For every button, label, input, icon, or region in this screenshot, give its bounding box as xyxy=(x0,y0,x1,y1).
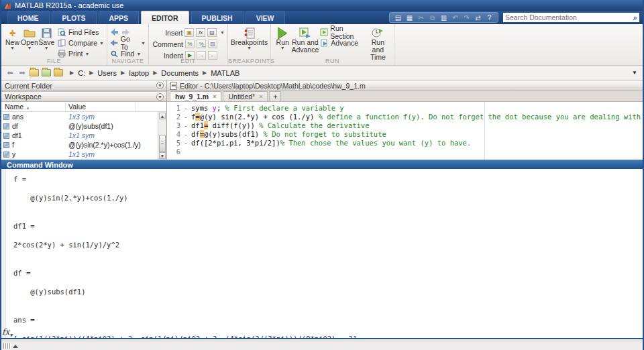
run-and-time-button[interactable]: Run andTime xyxy=(365,25,391,61)
new-button[interactable]: + New ▼ xyxy=(4,25,21,50)
scrollbar-thumb[interactable] xyxy=(159,135,166,152)
chevron-down-icon: ▼ xyxy=(136,52,141,56)
chevron-down-icon: ▼ xyxy=(99,41,104,46)
save-button[interactable]: Save ▼ xyxy=(38,25,55,50)
tab-apps[interactable]: APPS xyxy=(99,11,140,24)
insert-annotation-icon[interactable]: ▤ xyxy=(207,28,217,37)
status-bar xyxy=(1,341,643,350)
redo-icon[interactable]: ↷ xyxy=(462,13,471,22)
breadcrumb-segment[interactable]: laptop xyxy=(129,69,149,77)
goto-button[interactable]: Go To ▼ xyxy=(110,38,146,48)
statusbar-grip[interactable] xyxy=(3,343,18,349)
column-ruler xyxy=(484,102,485,160)
panel-menu-icon[interactable]: ▼ xyxy=(156,82,164,89)
close-icon[interactable]: × xyxy=(259,93,262,100)
recent-folders-dropdown-icon[interactable]: ▼ xyxy=(632,70,637,76)
forward-arrow-icon[interactable]: ➡ xyxy=(17,68,27,77)
close-icon[interactable]: × xyxy=(213,93,216,100)
workspace-row[interactable]: ans1x3 sym xyxy=(1,112,166,121)
left-panel-column: Current Folder ▼ Workspace ▼ Name▲ Value… xyxy=(1,80,167,160)
command-window-header[interactable]: Command Window xyxy=(1,160,643,169)
new-tab-button[interactable]: + xyxy=(269,91,281,101)
back-arrow-icon[interactable]: ⬅ xyxy=(5,68,15,77)
editor-header[interactable]: Editor - C:\Users\laptop\Desktop\MathLab… xyxy=(167,80,644,91)
breakpoints-icon xyxy=(243,27,256,39)
sym-variable-icon xyxy=(3,123,9,129)
breadcrumb-segment[interactable]: MATLAB xyxy=(211,69,239,77)
fx-function-hint-button[interactable]: fx▼ xyxy=(2,327,13,337)
scroll-up-icon[interactable]: ▲ xyxy=(159,113,166,119)
workspace-row[interactable]: df@(y)subs(df1) xyxy=(1,121,166,131)
breadcrumb-separator-icon: ▶ xyxy=(70,70,74,76)
undo-icon[interactable]: ↶ xyxy=(451,13,460,22)
panel-menu-icon[interactable]: ▼ xyxy=(156,93,164,101)
code-area[interactable]: 1-syms y; % First declare a variable y2-… xyxy=(167,102,644,160)
workspace-table: Name▲ Value ans1x3 symdf@(y)subs(df1)df1… xyxy=(1,102,166,160)
uncomment-icon[interactable]: ▨ xyxy=(208,40,217,48)
chevron-down-icon[interactable]: ▼ xyxy=(220,30,225,35)
variable-name-label: ans xyxy=(12,113,23,121)
run-and-advance-icon xyxy=(299,27,312,39)
workspace-row[interactable]: df11x1 sym xyxy=(1,131,166,140)
breadcrumb-segment[interactable]: Documents xyxy=(161,69,199,77)
insert-section-icon[interactable]: ▣ xyxy=(184,28,194,37)
back-arrow-icon[interactable] xyxy=(110,28,119,36)
comment-icon[interactable]: % xyxy=(185,40,195,48)
compare-button[interactable]: Compare ▼ xyxy=(58,38,104,48)
editor-tab[interactable]: hw_9_1.m× xyxy=(170,91,221,101)
line-dash: - xyxy=(180,139,191,148)
editor-ribbon-toolbar: + New ▼ Open ▼ Save ▼ xyxy=(1,24,643,66)
print-button[interactable]: Print ▼ xyxy=(58,49,104,58)
new-script-icon[interactable]: ▤ xyxy=(394,13,402,22)
workspace-row[interactable]: y1x1 sym xyxy=(1,150,166,159)
sym-variable-icon xyxy=(3,133,9,139)
search-icon[interactable]: ⌕ xyxy=(633,13,637,22)
variable-value: @(y)sin(2.*y)+cos(1./y) xyxy=(66,141,166,149)
scroll-down-icon[interactable]: ▼ xyxy=(159,152,166,159)
workspace-row[interactable]: f@(y)sin(2.*y)+cos(1./y) xyxy=(1,140,166,150)
help-icon[interactable]: ? xyxy=(485,13,494,22)
advance-button[interactable]: Advance xyxy=(320,38,362,48)
save-icon xyxy=(40,27,53,39)
switch-window-icon[interactable]: ⇄ xyxy=(474,13,482,22)
open-button[interactable]: Open ▼ xyxy=(21,25,38,50)
save-icon[interactable]: ▦ xyxy=(405,13,414,22)
up-folder-icon[interactable] xyxy=(30,69,39,76)
workspace-scrollbar[interactable]: ▲ ▼ xyxy=(158,112,166,160)
code-text: df1= diff(f(y)) % Calculate the derivati… xyxy=(191,121,370,130)
browse-folder-icon[interactable] xyxy=(42,69,51,76)
tab-editor[interactable]: EDITOR xyxy=(141,11,189,24)
workspace-header[interactable]: Workspace ▼ xyxy=(1,91,166,102)
command-output-line: [ sin(1/(2*pi))/(4*pi^2) + 2, sin(1/pi)/… xyxy=(13,334,357,339)
tab-publish[interactable]: PUBLISH xyxy=(191,11,244,24)
run-section-button[interactable]: Run Section xyxy=(320,27,362,37)
current-folder-icon xyxy=(54,69,63,76)
search-documentation-box: ⌕ xyxy=(502,12,640,23)
current-folder-header[interactable]: Current Folder ▼ xyxy=(1,80,166,91)
variable-name: f xyxy=(1,141,66,149)
cut-icon[interactable]: ✂ xyxy=(417,13,425,22)
tab-plots[interactable]: PLOTS xyxy=(52,11,97,24)
tab-home[interactable]: HOME xyxy=(7,11,50,24)
editor-tab-label: Untitled* xyxy=(228,93,255,101)
paste-icon[interactable]: ▥ xyxy=(439,13,448,22)
breadcrumb-segment[interactable]: C: xyxy=(78,69,85,77)
breadcrumb-segment[interactable]: Users xyxy=(97,69,117,77)
command-window[interactable]: f = @(y)sin(2.*y)+cos(1./y) df1 = 2*cos(… xyxy=(1,169,643,339)
advance-icon xyxy=(320,39,329,47)
comment-wrap-icon[interactable]: %̲ xyxy=(197,40,206,48)
editor-tab[interactable]: Untitled*× xyxy=(223,91,268,101)
search-documentation-input[interactable] xyxy=(505,13,633,21)
run-button[interactable]: Run ▼ xyxy=(274,25,291,50)
copy-icon[interactable]: ⧉ xyxy=(428,13,437,22)
workspace-column-header[interactable]: Name▲ Value xyxy=(1,102,166,112)
variable-name: df1 xyxy=(1,131,66,139)
variable-name-label: f xyxy=(12,141,14,149)
tab-view[interactable]: VIEW xyxy=(246,11,285,24)
insert-function-icon[interactable]: fx xyxy=(196,28,205,37)
find-files-button[interactable]: Find Files xyxy=(58,27,104,37)
find-button[interactable]: Find ▼ xyxy=(110,49,146,58)
quick-access-toolbar: ▤▦✂⧉▥↶↷⇄? xyxy=(389,12,498,23)
run-and-advance-button[interactable]: Run andAdvance xyxy=(291,25,319,54)
breakpoints-button[interactable]: Breakpoints ▼ xyxy=(234,25,265,50)
